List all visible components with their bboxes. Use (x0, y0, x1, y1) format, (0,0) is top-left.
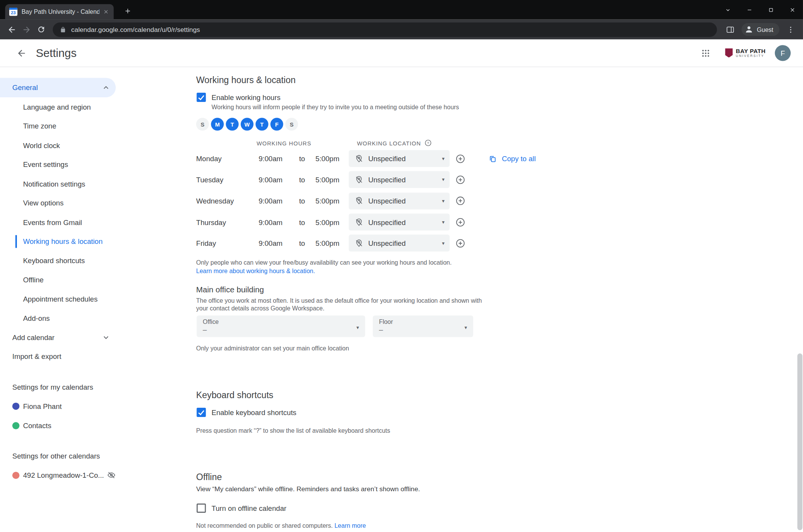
sidebar-item-import-export[interactable]: Import & export (0, 347, 116, 366)
day-chip-sunday[interactable]: S (196, 118, 209, 130)
calendar-color-dot (12, 422, 20, 429)
bay-path-logo: BAY PATH UNIVERSITY (721, 46, 770, 60)
day-label: Tuesday (196, 176, 258, 184)
enable-keyboard-shortcuts-label: Enable keyboard shortcuts (212, 408, 297, 417)
sidebar-item-event-settings[interactable]: Event settings (0, 155, 143, 174)
working-hours-section-title: Working hours & location (196, 75, 296, 85)
day-chip-friday[interactable]: F (270, 118, 283, 130)
forward-icon[interactable] (19, 22, 34, 37)
office-select[interactable]: Office – ▾ (197, 315, 365, 337)
add-period-icon[interactable] (454, 194, 467, 208)
help-icon[interactable]: ? (425, 139, 432, 147)
add-period-icon[interactable] (454, 152, 467, 165)
bay-path-crest-icon (725, 48, 733, 58)
window-controls (717, 0, 803, 20)
working-hours-row-friday: Friday 9:00am to 5:00pm Unspecified ▾ (196, 233, 536, 254)
sidebar-item-general[interactable]: General (0, 78, 116, 97)
sidebar-item-appointment-schedules[interactable]: Appointment schedules (0, 289, 143, 309)
sidebar-item-events-from-gmail[interactable]: Events from Gmail (0, 213, 143, 232)
person-icon (744, 25, 754, 34)
day-chip-thursday[interactable]: T (255, 118, 268, 130)
add-period-icon[interactable] (454, 237, 467, 250)
svg-text:?: ? (427, 141, 429, 145)
working-hours-column-header: WORKING HOURS (257, 140, 349, 147)
add-period-icon[interactable] (454, 215, 467, 229)
page-scrollbar[interactable] (797, 354, 802, 530)
sidebar-item-working-hours-location[interactable]: Working hours & location (0, 232, 143, 251)
offline-calendar-block: Turn on offline calendar (197, 504, 286, 513)
working-location-select[interactable]: Unspecified ▾ (349, 213, 450, 230)
working-location-select[interactable]: Unspecified ▾ (349, 150, 450, 167)
day-chip-wednesday[interactable]: W (241, 118, 253, 130)
start-time-button[interactable]: 9:00am (258, 239, 299, 247)
url-bar[interactable]: calendar.google.com/calendar/u/0/r/setti… (53, 22, 717, 37)
to-label: to (299, 176, 316, 184)
sidebar-item-language-and-region[interactable]: Language and region (0, 97, 143, 117)
day-chip-tuesday[interactable]: T (226, 118, 238, 130)
offline-calendar-checkbox[interactable] (197, 504, 206, 513)
offline-section-title: Offline (196, 472, 222, 482)
working-hours-learn-more-link[interactable]: Learn more about working hours & locatio… (196, 267, 451, 275)
location-off-icon (355, 239, 363, 247)
end-time-button[interactable]: 5:00pm (315, 176, 349, 184)
start-time-button[interactable]: 9:00am (258, 176, 299, 184)
sidebar-item-notification-settings[interactable]: Notification settings (0, 174, 143, 193)
location-off-icon (355, 197, 363, 205)
to-label: to (299, 155, 316, 163)
working-hours-table-header: WORKING HOURS WORKING LOCATION ? (196, 139, 432, 147)
window-minimize-icon[interactable] (738, 0, 760, 20)
start-time-button[interactable]: 9:00am (258, 155, 299, 163)
apps-grid-icon[interactable] (695, 43, 716, 63)
start-time-button[interactable]: 9:00am (258, 218, 299, 226)
side-panel-icon[interactable] (722, 22, 739, 37)
to-label: to (299, 239, 316, 247)
floor-select[interactable]: Floor – ▾ (373, 315, 473, 337)
sidebar-item-492-longmeadow[interactable]: 492 Longmeadow-1-Co... (0, 465, 122, 485)
chevron-down-icon: ▾ (442, 177, 445, 183)
back-icon[interactable] (4, 22, 19, 37)
main-office-desc: The office you work at most often. It is… (196, 297, 483, 312)
end-time-button[interactable]: 5:00pm (315, 218, 349, 226)
enable-working-hours-checkbox[interactable] (197, 93, 206, 102)
window-close-icon[interactable] (781, 0, 803, 20)
day-chip-saturday[interactable]: S (285, 118, 298, 130)
end-time-button[interactable]: 5:00pm (315, 239, 349, 247)
window-menu-chevron-icon[interactable] (717, 0, 738, 20)
to-label: to (299, 197, 316, 205)
start-time-button[interactable]: 9:00am (258, 197, 299, 205)
location-off-icon (355, 155, 363, 163)
account-avatar[interactable]: F (775, 45, 791, 61)
sidebar-item-fiona-phant[interactable]: Fiona Phant (0, 397, 122, 416)
day-chip-monday[interactable]: M (211, 118, 224, 130)
sidebar-item-add-ons[interactable]: Add-ons (0, 309, 143, 328)
sidebar-item-keyboard-shortcuts[interactable]: Keyboard shortcuts (0, 251, 143, 270)
window-maximize-icon[interactable] (760, 0, 781, 20)
sidebar-item-contacts[interactable]: Contacts (0, 416, 122, 435)
enable-keyboard-shortcuts-checkbox[interactable] (197, 408, 206, 417)
sidebar-item-offline[interactable]: Offline (0, 270, 143, 289)
copy-to-all-button[interactable]: Copy to all (488, 155, 536, 163)
browser-tab[interactable]: 23 Bay Path University - Calendar - (5, 4, 113, 20)
end-time-button[interactable]: 5:00pm (315, 197, 349, 205)
chevron-down-icon (102, 333, 111, 342)
reload-icon[interactable] (34, 22, 49, 37)
browser-titlebar: 23 Bay Path University - Calendar - (0, 0, 803, 20)
working-location-select[interactable]: Unspecified ▾ (349, 235, 450, 252)
back-arrow-icon[interactable] (11, 43, 32, 63)
new-tab-button[interactable] (121, 4, 134, 18)
working-location-select[interactable]: Unspecified ▾ (349, 192, 450, 209)
sidebar-item-time-zone[interactable]: Time zone (0, 117, 143, 136)
sidebar-item-world-clock[interactable]: World clock (0, 136, 143, 155)
url-text: calendar.google.com/calendar/u/0/r/setti… (71, 26, 200, 33)
day-label: Monday (196, 155, 258, 163)
visibility-off-icon[interactable] (107, 471, 116, 480)
end-time-button[interactable]: 5:00pm (315, 155, 349, 163)
browser-menu-icon[interactable] (783, 22, 799, 37)
sidebar-item-add-calendar[interactable]: Add calendar (0, 328, 116, 347)
sidebar-item-view-options[interactable]: View options (0, 193, 143, 213)
offline-learn-more-link[interactable]: Learn more (335, 522, 366, 529)
profile-chip[interactable]: Guest (741, 23, 780, 36)
tab-close-icon[interactable] (102, 7, 111, 17)
add-period-icon[interactable] (454, 173, 467, 187)
working-location-select[interactable]: Unspecified ▾ (349, 171, 450, 188)
